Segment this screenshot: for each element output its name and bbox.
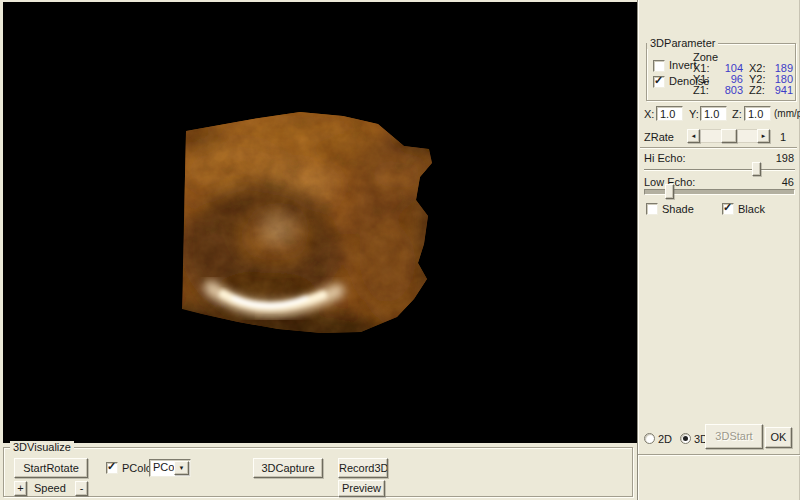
3dstart-button[interactable]: 3DStart xyxy=(705,424,763,449)
visualize-toolbar: 3DVisualize StartRotate ✓ PColor PColor … xyxy=(0,443,637,500)
parameter-panel: 3DParameter Invert ✓ Denoise Zone X1: 10… xyxy=(637,0,800,500)
speed-label: Speed xyxy=(34,482,66,494)
record3d-button[interactable]: Record3D xyxy=(338,458,388,478)
hi-echo-value: 198 xyxy=(764,152,794,164)
check-icon: ✓ xyxy=(654,74,663,87)
denoise-checkbox[interactable]: ✓ xyxy=(653,76,665,88)
scroll-left-icon[interactable]: ◄ xyxy=(687,129,700,143)
x-scale-input[interactable] xyxy=(656,106,683,121)
zone-z2-value: 941 xyxy=(767,84,793,96)
mode-2d-radio[interactable] xyxy=(644,433,655,444)
mode-3d-radio[interactable] xyxy=(680,433,691,444)
zrate-value: 1 xyxy=(780,131,786,143)
x-scale-label: X: xyxy=(644,108,654,120)
pcolor-checkbox[interactable]: ✓ xyxy=(106,462,118,474)
check-icon: ✓ xyxy=(723,201,732,214)
separator xyxy=(640,147,797,148)
low-echo-value: 46 xyxy=(764,176,794,188)
y-scale-label: Y: xyxy=(689,108,699,120)
shade-checkbox[interactable] xyxy=(646,203,658,215)
zone-z1-value: 803 xyxy=(715,84,743,96)
y-scale-input[interactable] xyxy=(700,106,727,121)
separator xyxy=(638,454,800,455)
z-scale-label: Z: xyxy=(732,108,742,120)
chevron-down-icon[interactable]: ▼ xyxy=(174,461,189,475)
3dparameter-group: 3DParameter Invert ✓ Denoise Zone X1: 10… xyxy=(646,43,796,101)
hi-echo-slider-track[interactable] xyxy=(644,169,795,171)
3dcapture-button[interactable]: 3DCapture xyxy=(253,458,323,478)
shade-label: Shade xyxy=(662,203,694,215)
check-icon: ✓ xyxy=(107,460,116,473)
scroll-right-icon[interactable]: ► xyxy=(757,129,770,143)
pcolor-combobox[interactable]: PColor ▼ xyxy=(149,459,191,477)
speed-plus-button[interactable]: + xyxy=(14,481,27,496)
black-checkbox[interactable]: ✓ xyxy=(722,203,734,215)
ok-button[interactable]: OK xyxy=(765,427,792,448)
black-label: Black xyxy=(738,203,765,215)
3dvisualize-group: 3DVisualize StartRotate ✓ PColor PColor … xyxy=(3,447,633,497)
application-window: 3DParameter Invert ✓ Denoise Zone X1: 10… xyxy=(0,0,800,500)
zrate-scrollbar-thumb[interactable] xyxy=(721,129,737,143)
z-scale-input[interactable] xyxy=(744,106,771,121)
ultrasound-render xyxy=(3,2,637,443)
3dvisualize-group-title: 3DVisualize xyxy=(10,441,74,453)
invert-checkbox[interactable] xyxy=(653,60,665,72)
3dparameter-group-title: 3DParameter xyxy=(647,37,718,49)
zone-z2-label: Z2: xyxy=(749,84,765,96)
zrate-scrollbar[interactable]: ◄ ► xyxy=(687,129,770,143)
start-rotate-button[interactable]: StartRotate xyxy=(14,458,88,478)
zone-z1-label: Z1: xyxy=(693,84,709,96)
low-echo-slider-thumb[interactable] xyxy=(665,184,674,199)
speed-minus-button[interactable]: - xyxy=(75,481,88,496)
zrate-label: ZRate xyxy=(644,131,674,143)
preview-button[interactable]: Preview xyxy=(338,480,385,497)
mode-2d-label: 2D xyxy=(658,433,672,445)
hi-echo-slider-thumb[interactable] xyxy=(752,162,761,176)
hi-echo-label: Hi Echo: xyxy=(644,152,686,164)
scale-unit-label: (mm/p) xyxy=(774,108,800,119)
3d-viewport[interactable] xyxy=(3,2,637,443)
